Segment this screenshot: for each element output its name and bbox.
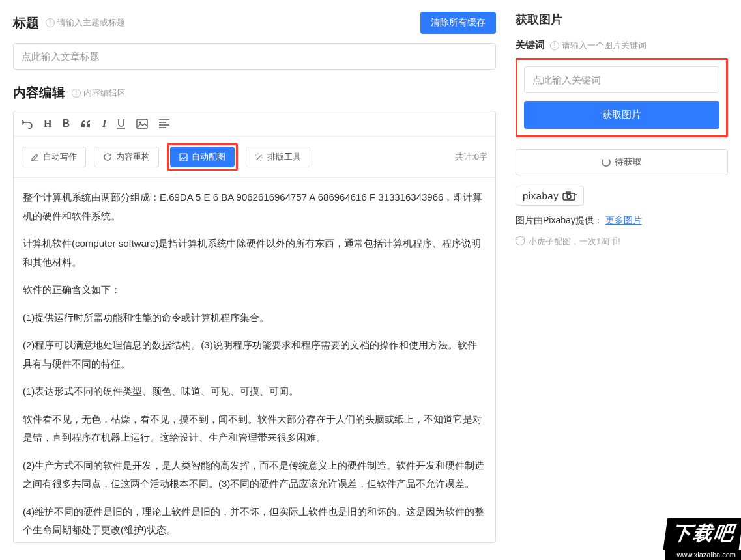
editor-label: 内容编辑 bbox=[13, 84, 65, 102]
layout-tool-button[interactable]: 排版工具 bbox=[246, 147, 310, 167]
title-section-header: 标题 ! 请输入主题或标题 清除所有缓存 bbox=[13, 12, 496, 34]
keyword-label: 关键词 bbox=[516, 39, 545, 51]
info-icon: ! bbox=[550, 41, 559, 50]
svg-point-1 bbox=[139, 122, 141, 124]
clear-cache-button[interactable]: 清除所有缓存 bbox=[420, 12, 496, 34]
coin-icon bbox=[516, 238, 525, 245]
pencil-icon bbox=[31, 153, 39, 161]
auto-image-button[interactable]: 自动配图 bbox=[170, 147, 235, 167]
svg-point-4 bbox=[567, 195, 571, 199]
title-label: 标题 bbox=[13, 14, 39, 32]
pixabay-badge: pixabay bbox=[516, 186, 584, 206]
quote-button[interactable] bbox=[80, 119, 92, 128]
action-row: 自动写作 内容重构 自动配图 排版工具 共计:0字 bbox=[14, 137, 495, 178]
editor-section-header: 内容编辑 ! 内容编辑区 bbox=[13, 84, 496, 102]
highlight-auto-image: 自动配图 bbox=[167, 143, 238, 171]
keyword-hint: ! 请输入一个图片关键词 bbox=[550, 40, 647, 51]
paragraph: 整个计算机系统由两部分组成：E.69DA 5 E 6 BA 9062616964… bbox=[23, 188, 486, 225]
paragraph: (1)表达形式不同的硬件类型、颜色、味道、可见、可摸、可闻。 bbox=[23, 382, 486, 401]
wand-icon bbox=[255, 153, 263, 161]
image-small-icon bbox=[179, 153, 188, 161]
get-image-title: 获取图片 bbox=[516, 12, 728, 27]
pending-status: 待获取 bbox=[516, 149, 728, 175]
article-title-input[interactable] bbox=[13, 43, 496, 70]
editor-box: H B I 自动写作 bbox=[13, 111, 496, 543]
watermark-url: www.xiazaiba.com bbox=[665, 550, 741, 560]
svg-rect-0 bbox=[137, 119, 147, 128]
bold-button[interactable]: B bbox=[62, 118, 70, 130]
paragraph: (1)提供运行时所需功能和性能的命令或计算机程序集合。 bbox=[23, 309, 486, 328]
auto-write-button[interactable]: 自动写作 bbox=[22, 147, 86, 167]
underline-button[interactable] bbox=[117, 119, 126, 129]
watermark-text: 下载吧 bbox=[663, 518, 741, 550]
italic-button[interactable]: I bbox=[102, 118, 106, 130]
undo-icon[interactable] bbox=[22, 119, 33, 129]
get-image-button[interactable]: 获取图片 bbox=[524, 101, 719, 129]
footer-note: 小虎子配图，一次1淘币! bbox=[516, 236, 728, 247]
keyword-input[interactable] bbox=[524, 66, 719, 93]
editor-toolbar: H B I bbox=[14, 111, 495, 137]
refresh-icon bbox=[103, 152, 112, 161]
paragraph: (2)生产方式不同的软件是开发，是人类智能的高发挥，而不是传统意义上的硬件制造。… bbox=[23, 456, 486, 494]
editor-content[interactable]: 整个计算机系统由两部分组成：E.69DA 5 E 6 BA 9062616964… bbox=[14, 178, 495, 542]
char-count: 共计:0字 bbox=[455, 151, 487, 163]
editor-hint: ! 内容编辑区 bbox=[72, 87, 126, 99]
paragraph: (2)程序可以满意地处理信息的数据结构。(3)说明程序功能要求和程序需要的文档的… bbox=[23, 336, 486, 373]
align-left-icon[interactable] bbox=[158, 119, 170, 128]
svg-rect-2 bbox=[180, 154, 187, 161]
paragraph: 软件的正确含义如下： bbox=[23, 281, 486, 300]
watermark: 下载吧 www.xiazaiba.com bbox=[665, 518, 741, 560]
paragraph: 计算机软件(computer software)是指计算机系统中除硬件以外的所有… bbox=[23, 234, 486, 272]
spinner-icon bbox=[602, 158, 611, 167]
camera-icon bbox=[562, 191, 577, 201]
title-hint: ! 请输入主题或标题 bbox=[46, 17, 125, 29]
more-images-link[interactable]: 更多图片 bbox=[605, 215, 642, 225]
paragraph: (4)维护不同的硬件是旧的，理论上软件是旧的，并不坏，但实际上软件也是旧的和坏的… bbox=[23, 503, 486, 540]
highlight-keyword-box: 获取图片 bbox=[516, 58, 728, 137]
image-icon[interactable] bbox=[136, 119, 148, 129]
info-icon: ! bbox=[72, 89, 81, 98]
keyword-header: 关键词 ! 请输入一个图片关键词 bbox=[516, 39, 728, 51]
paragraph: 软件看不见，无色，枯燥，看不见，摸不到，闻不到。软件大部分存在于人们的头脑或纸上… bbox=[23, 410, 486, 447]
info-icon: ! bbox=[46, 18, 55, 27]
heading-button[interactable]: H bbox=[44, 118, 51, 130]
image-credit: 图片由Pixabay提供： 更多图片 bbox=[516, 215, 728, 227]
restructure-button[interactable]: 内容重构 bbox=[94, 147, 159, 167]
